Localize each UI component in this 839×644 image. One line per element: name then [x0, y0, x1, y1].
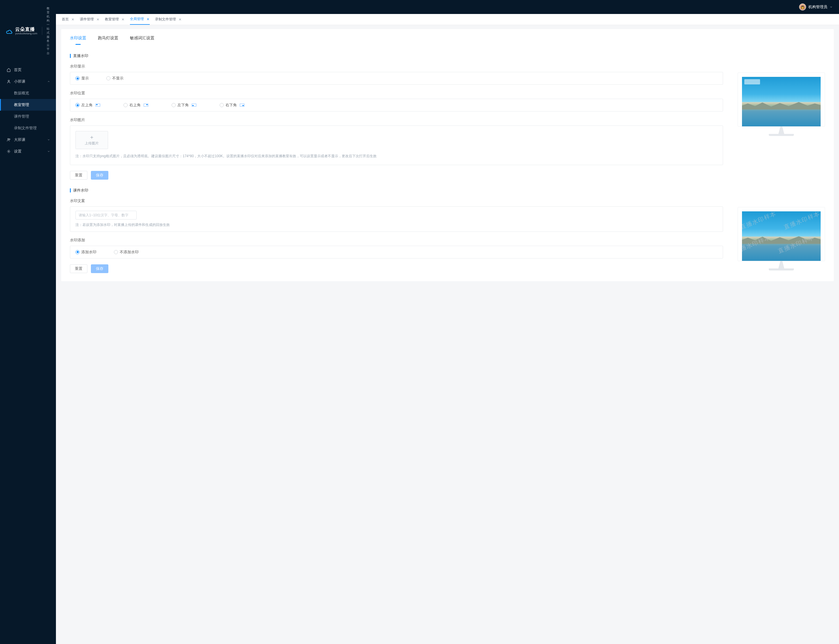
radio-group-display: 显示 不显示 — [70, 72, 723, 85]
reset-button-live[interactable]: 重置 — [70, 171, 87, 180]
corner-icon-tl — [96, 104, 100, 107]
close-icon[interactable]: ✕ — [96, 18, 100, 21]
svg-point-3 — [8, 151, 9, 152]
plus-icon: ＋ — [89, 135, 94, 140]
user-icon — [7, 79, 11, 84]
radio-pos-tr[interactable]: 右上角 — [124, 102, 148, 108]
inner-tab-marquee[interactable]: 跑马灯设置 — [98, 34, 118, 45]
svg-point-2 — [9, 139, 10, 140]
brand-tagline: 教育机构一站式服务云平台 — [47, 7, 51, 55]
inner-tabs: 水印设置 跑马灯设置 敏感词汇设置 — [70, 29, 825, 45]
inner-tab-sensitive[interactable]: 敏感词汇设置 — [130, 34, 154, 45]
radio-add-yes[interactable]: 添加水印 — [76, 250, 96, 255]
radio-pos-bl[interactable]: 左下角 — [171, 102, 196, 108]
preview-monitor-live — [738, 72, 825, 127]
section-title-live: 直播水印 — [70, 53, 825, 59]
chevron-down-icon — [47, 138, 51, 142]
tab-recording[interactable]: 录制文件管理✕ — [155, 14, 182, 25]
svg-point-0 — [8, 80, 10, 82]
tab-courseware[interactable]: 课件管理✕ — [80, 14, 100, 25]
label-add: 水印添加 — [70, 238, 723, 243]
chevron-up-icon — [47, 79, 51, 84]
close-icon[interactable]: ✕ — [71, 18, 74, 21]
close-icon[interactable]: ✕ — [178, 18, 182, 21]
radio-display-show[interactable]: 显示 — [76, 76, 89, 81]
nav-sub-overview[interactable]: 数据概览 — [0, 87, 56, 99]
radio-group-position: 左上角 右上角 左下角 右下角 — [70, 99, 723, 112]
nav-sub-classroom[interactable]: 教室管理 — [0, 99, 56, 111]
save-button-live[interactable]: 保存 — [91, 171, 108, 180]
nav-settings[interactable]: 设置 — [0, 146, 56, 157]
brand-domain: yunduoketang.com — [15, 32, 37, 35]
corner-icon-tr — [143, 104, 148, 107]
preview-monitor-courseware: 直播水印样本 直播水印样本 直播水印样本 直播水印样本 — [738, 207, 825, 261]
radio-group-add: 添加水印 不添加水印 — [70, 246, 723, 258]
topbar: 👩 机构管理员 — [56, 0, 839, 14]
chevron-down-icon — [830, 5, 832, 9]
users-icon — [7, 137, 11, 142]
avatar: 👩 — [799, 3, 806, 10]
close-icon[interactable]: ✕ — [121, 18, 125, 21]
upload-image[interactable]: ＋ 上传图片 — [76, 131, 108, 149]
tab-global[interactable]: 全局管理✕ — [130, 14, 150, 25]
cloud-icon — [6, 28, 13, 34]
watermark-text-input[interactable] — [76, 211, 137, 220]
radio-pos-br[interactable]: 右下角 — [220, 102, 244, 108]
watermark-badge — [744, 79, 760, 84]
radio-add-no[interactable]: 不添加水印 — [114, 250, 138, 255]
label-display: 水印显示 — [70, 64, 723, 69]
tab-home[interactable]: 首页✕ — [62, 14, 74, 25]
brand-name: 云朵直播 — [15, 26, 37, 32]
label-position: 水印位置 — [70, 90, 723, 96]
user-menu[interactable]: 👩 机构管理员 — [799, 3, 832, 10]
inner-tab-watermark[interactable]: 水印设置 — [70, 34, 86, 45]
label-text: 水印文案 — [70, 198, 723, 204]
radio-display-hide[interactable]: 不显示 — [106, 76, 124, 81]
corner-icon-bl — [192, 104, 196, 107]
radio-pos-tl[interactable]: 左上角 — [76, 102, 100, 108]
gear-icon — [7, 149, 11, 154]
nav-big-class[interactable]: 大班课 — [0, 134, 56, 146]
chevron-down-icon — [47, 150, 51, 154]
section-title-courseware: 课件水印 — [70, 188, 825, 193]
nav: 首页 小班课 数据概览 教室管理 课件管理 录制文件管理 大班课 设置 — [0, 62, 56, 644]
save-button-courseware[interactable]: 保存 — [91, 264, 108, 273]
brand-logo: 云朵直播 yunduoketang.com 教育机构一站式服务云平台 — [0, 0, 56, 62]
tab-classroom[interactable]: 教室管理✕ — [105, 14, 125, 25]
nav-home[interactable]: 首页 — [0, 64, 56, 76]
reset-button-courseware[interactable]: 重置 — [70, 264, 87, 273]
nav-sub-courseware[interactable]: 课件管理 — [0, 111, 56, 122]
corner-icon-br — [240, 104, 244, 107]
user-name: 机构管理员 — [808, 4, 827, 10]
nav-small-class[interactable]: 小班课 — [0, 76, 56, 87]
text-note: 注：若设置为添加水印，对直播上传的课件和生成的回放生效 — [76, 222, 717, 227]
close-icon[interactable]: ✕ — [146, 18, 150, 21]
svg-point-1 — [8, 139, 9, 140]
home-icon — [7, 67, 11, 72]
tabs-bar: 首页✕ 课件管理✕ 教室管理✕ 全局管理✕ 录制文件管理✕ — [56, 14, 839, 25]
nav-sub-recording[interactable]: 录制文件管理 — [0, 122, 56, 134]
label-image: 水印图片 — [70, 117, 723, 123]
sidebar: 云朵直播 yunduoketang.com 教育机构一站式服务云平台 首页 小班… — [0, 0, 56, 644]
upload-note: 注：水印只支持png格式图片，且必须为透明底。建议最佳图片尺寸：174*80，大… — [76, 153, 717, 159]
